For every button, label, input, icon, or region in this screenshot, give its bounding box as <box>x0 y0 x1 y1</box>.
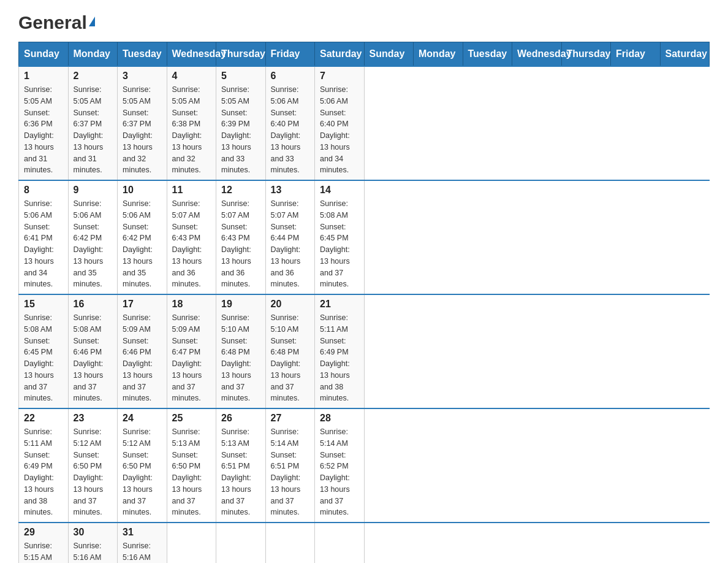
calendar-cell: 13 Sunrise: 5:07 AMSunset: 6:44 PMDaylig… <box>265 180 315 294</box>
day-number: 8 <box>24 185 63 196</box>
day-info: Sunrise: 5:06 AMSunset: 6:40 PMDaylight:… <box>271 84 310 176</box>
calendar-cell: 2 Sunrise: 5:05 AMSunset: 6:37 PMDayligh… <box>68 66 118 180</box>
calendar-cell: 20 Sunrise: 5:10 AMSunset: 6:48 PMDaylig… <box>265 294 315 408</box>
logo-triangle-icon <box>89 17 95 26</box>
weekday-header-sunday: Sunday <box>364 42 414 67</box>
day-info: Sunrise: 5:16 AMSunset: 6:52 PMDaylight:… <box>74 540 113 563</box>
day-info: Sunrise: 5:06 AMSunset: 6:42 PMDaylight:… <box>123 198 162 290</box>
day-number: 31 <box>123 527 162 538</box>
calendar-cell: 22 Sunrise: 5:11 AMSunset: 6:49 PMDaylig… <box>19 408 69 523</box>
day-number: 2 <box>74 71 113 82</box>
weekday-header-thursday: Thursday <box>561 42 611 67</box>
day-number: 11 <box>172 185 211 196</box>
day-info: Sunrise: 5:07 AMSunset: 6:43 PMDaylight:… <box>221 198 260 290</box>
calendar-week-row: 29 Sunrise: 5:15 AMSunset: 6:52 PMDaylig… <box>19 523 710 563</box>
day-info: Sunrise: 5:06 AMSunset: 6:41 PMDaylight:… <box>24 198 63 290</box>
day-number: 17 <box>123 299 162 310</box>
calendar-cell: 3 Sunrise: 5:05 AMSunset: 6:37 PMDayligh… <box>118 66 167 180</box>
day-info: Sunrise: 5:06 AMSunset: 6:40 PMDaylight:… <box>320 84 359 176</box>
calendar-cell: 18 Sunrise: 5:09 AMSunset: 6:47 PMDaylig… <box>167 294 216 408</box>
day-number: 3 <box>123 71 162 82</box>
calendar-week-row: 8 Sunrise: 5:06 AMSunset: 6:41 PMDayligh… <box>19 180 710 294</box>
calendar-cell: 26 Sunrise: 5:13 AMSunset: 6:51 PMDaylig… <box>216 408 266 523</box>
calendar-cell: 17 Sunrise: 5:09 AMSunset: 6:46 PMDaylig… <box>118 294 167 408</box>
day-info: Sunrise: 5:12 AMSunset: 6:50 PMDaylight:… <box>74 426 113 518</box>
calendar-cell: 12 Sunrise: 5:07 AMSunset: 6:43 PMDaylig… <box>216 180 266 294</box>
day-number: 22 <box>24 413 63 424</box>
day-info: Sunrise: 5:10 AMSunset: 6:48 PMDaylight:… <box>221 312 260 404</box>
logo: General <box>18 12 95 31</box>
calendar-cell <box>216 523 266 563</box>
calendar-cell: 11 Sunrise: 5:07 AMSunset: 6:43 PMDaylig… <box>167 180 216 294</box>
calendar-cell: 19 Sunrise: 5:10 AMSunset: 6:48 PMDaylig… <box>216 294 266 408</box>
calendar-cell: 16 Sunrise: 5:08 AMSunset: 6:46 PMDaylig… <box>68 294 118 408</box>
day-info: Sunrise: 5:05 AMSunset: 6:37 PMDaylight:… <box>74 84 113 176</box>
day-info: Sunrise: 5:12 AMSunset: 6:50 PMDaylight:… <box>123 426 162 518</box>
calendar-cell: 27 Sunrise: 5:14 AMSunset: 6:51 PMDaylig… <box>265 408 315 523</box>
weekday-header-monday: Monday <box>414 42 463 67</box>
day-number: 25 <box>172 413 211 424</box>
day-info: Sunrise: 5:10 AMSunset: 6:48 PMDaylight:… <box>271 312 310 404</box>
day-number: 16 <box>74 299 113 310</box>
day-number: 7 <box>320 71 359 82</box>
weekday-header-monday: Monday <box>68 42 118 67</box>
day-info: Sunrise: 5:06 AMSunset: 6:42 PMDaylight:… <box>74 198 113 290</box>
day-number: 29 <box>24 527 63 538</box>
day-info: Sunrise: 5:05 AMSunset: 6:39 PMDaylight:… <box>221 84 260 176</box>
calendar-cell: 25 Sunrise: 5:13 AMSunset: 6:50 PMDaylig… <box>167 408 216 523</box>
day-number: 26 <box>221 413 260 424</box>
day-info: Sunrise: 5:14 AMSunset: 6:52 PMDaylight:… <box>320 426 359 518</box>
logo-general: General <box>18 12 87 33</box>
day-number: 5 <box>221 71 260 82</box>
day-number: 9 <box>74 185 113 196</box>
day-info: Sunrise: 5:08 AMSunset: 6:45 PMDaylight:… <box>320 198 359 290</box>
day-info: Sunrise: 5:05 AMSunset: 6:37 PMDaylight:… <box>123 84 162 176</box>
calendar-cell: 21 Sunrise: 5:11 AMSunset: 6:49 PMDaylig… <box>315 294 365 408</box>
calendar-week-row: 22 Sunrise: 5:11 AMSunset: 6:49 PMDaylig… <box>19 408 710 523</box>
day-number: 20 <box>271 299 310 310</box>
day-number: 27 <box>271 413 310 424</box>
calendar-cell: 1 Sunrise: 5:05 AMSunset: 6:36 PMDayligh… <box>19 66 69 180</box>
calendar-cell: 23 Sunrise: 5:12 AMSunset: 6:50 PMDaylig… <box>68 408 118 523</box>
day-info: Sunrise: 5:09 AMSunset: 6:46 PMDaylight:… <box>123 312 162 404</box>
weekday-header-thursday: Thursday <box>216 42 266 67</box>
day-info: Sunrise: 5:15 AMSunset: 6:52 PMDaylight:… <box>24 540 63 563</box>
day-info: Sunrise: 5:09 AMSunset: 6:47 PMDaylight:… <box>172 312 211 404</box>
day-number: 21 <box>320 299 359 310</box>
weekday-header-friday: Friday <box>611 42 661 67</box>
day-number: 23 <box>74 413 113 424</box>
day-number: 18 <box>172 299 211 310</box>
weekday-header-saturday: Saturday <box>660 42 710 67</box>
day-info: Sunrise: 5:07 AMSunset: 6:43 PMDaylight:… <box>172 198 211 290</box>
calendar-cell: 6 Sunrise: 5:06 AMSunset: 6:40 PMDayligh… <box>265 66 315 180</box>
calendar-cell: 10 Sunrise: 5:06 AMSunset: 6:42 PMDaylig… <box>118 180 167 294</box>
calendar-cell: 7 Sunrise: 5:06 AMSunset: 6:40 PMDayligh… <box>315 66 365 180</box>
calendar-cell: 9 Sunrise: 5:06 AMSunset: 6:42 PMDayligh… <box>68 180 118 294</box>
day-number: 6 <box>271 71 310 82</box>
day-number: 19 <box>221 299 260 310</box>
calendar-cell: 5 Sunrise: 5:05 AMSunset: 6:39 PMDayligh… <box>216 66 266 180</box>
calendar-week-row: 15 Sunrise: 5:08 AMSunset: 6:45 PMDaylig… <box>19 294 710 408</box>
calendar-week-row: 1 Sunrise: 5:05 AMSunset: 6:36 PMDayligh… <box>19 66 710 180</box>
day-info: Sunrise: 5:16 AMSunset: 6:53 PMDaylight:… <box>123 540 162 563</box>
calendar-cell: 15 Sunrise: 5:08 AMSunset: 6:45 PMDaylig… <box>19 294 69 408</box>
calendar-cell: 4 Sunrise: 5:05 AMSunset: 6:38 PMDayligh… <box>167 66 216 180</box>
weekday-header-saturday: Saturday <box>315 42 365 67</box>
weekday-header-tuesday: Tuesday <box>118 42 167 67</box>
calendar-cell: 24 Sunrise: 5:12 AMSunset: 6:50 PMDaylig… <box>118 408 167 523</box>
day-info: Sunrise: 5:08 AMSunset: 6:46 PMDaylight:… <box>74 312 113 404</box>
calendar-cell: 8 Sunrise: 5:06 AMSunset: 6:41 PMDayligh… <box>19 180 69 294</box>
weekday-header-friday: Friday <box>265 42 315 67</box>
day-number: 15 <box>24 299 63 310</box>
day-number: 4 <box>172 71 211 82</box>
weekday-header-wednesday: Wednesday <box>167 42 216 67</box>
day-number: 14 <box>320 185 359 196</box>
calendar-cell: 29 Sunrise: 5:15 AMSunset: 6:52 PMDaylig… <box>19 523 69 563</box>
day-info: Sunrise: 5:11 AMSunset: 6:49 PMDaylight:… <box>320 312 359 404</box>
day-info: Sunrise: 5:13 AMSunset: 6:51 PMDaylight:… <box>221 426 260 518</box>
day-number: 1 <box>24 71 63 82</box>
day-info: Sunrise: 5:05 AMSunset: 6:36 PMDaylight:… <box>24 84 63 176</box>
day-number: 28 <box>320 413 359 424</box>
calendar-cell <box>315 523 365 563</box>
calendar-cell: 31 Sunrise: 5:16 AMSunset: 6:53 PMDaylig… <box>118 523 167 563</box>
